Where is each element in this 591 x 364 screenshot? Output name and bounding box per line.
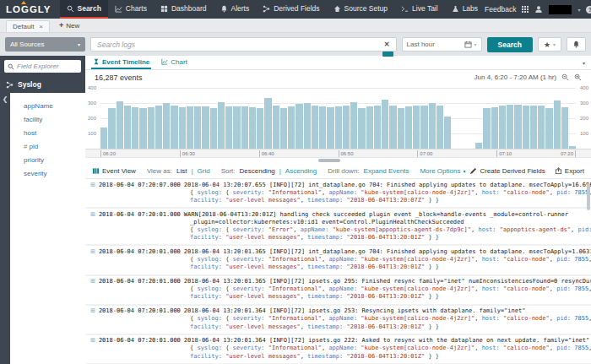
view-as-grid-button[interactable]: Grid [198, 167, 210, 175]
source-setup-icon [333, 5, 341, 13]
close-tab-icon[interactable]: × [39, 23, 43, 30]
event-timeline-chart[interactable]: 100100200200300300400400 [85, 84, 591, 149]
bar [225, 106, 232, 149]
bar [389, 106, 396, 149]
field-group-syslog[interactable]: Syslog [0, 77, 85, 93]
field-explorer-search-input[interactable]: Field Explorer [4, 60, 81, 73]
tab-chart[interactable]: Chart [160, 56, 189, 69]
export-button[interactable]: Export [555, 167, 584, 175]
time-range-select[interactable]: Last hour ▾ [402, 37, 482, 52]
bars[interactable] [100, 88, 576, 149]
event-message: 2018-06-04 13:20:01.364 [INFO][72] ipset… [184, 307, 526, 315]
field-item-severity[interactable]: severity [10, 166, 85, 180]
expand-event-icon[interactable]: ⊞ [90, 182, 95, 189]
bar [296, 104, 302, 149]
nav-item-alerts[interactable]: Alerts [214, 0, 257, 19]
field-list: appNamefacilityhost#pidpriorityseverity [10, 93, 85, 364]
bar [273, 106, 279, 149]
chart-scrollbar-thumb[interactable] [318, 159, 340, 162]
log-event-row[interactable]: ⊞2018-06-04 07:20:01.0002018-06-04 13:20… [85, 276, 591, 306]
sort-descending-button[interactable]: Descending [240, 167, 275, 175]
chart-plot[interactable] [100, 88, 576, 149]
top-navbar: LOGGLY SearchChartsDashboardAlertsDerive… [0, 0, 591, 19]
zoom-out-icon[interactable] [561, 73, 569, 81]
expand-event-icon[interactable]: ⊞ [90, 278, 95, 285]
sort-ascending-button[interactable]: Ascending [285, 167, 317, 175]
save-search-button[interactable]: ★ ▾ [538, 37, 561, 52]
bar [561, 107, 568, 149]
feedback-link[interactable]: Feedback [485, 5, 516, 14]
user-icon[interactable] [534, 5, 543, 14]
bar [257, 108, 263, 149]
tab-event-timeline[interactable]: Event Timeline [91, 56, 151, 69]
loggly-logo[interactable]: LOGGLY [0, 0, 60, 19]
zoom-in-icon[interactable] [574, 73, 582, 81]
bar [187, 106, 193, 149]
event-message: 2018-06-04 13:20:07.655 [INFO][72] int_d… [184, 182, 591, 189]
log-event-row[interactable]: ⊞2018-06-04 07:20:01.0002018-06-04 13:20… [85, 306, 591, 335]
expand-event-icon[interactable]: ⊞ [90, 307, 95, 315]
bar [124, 106, 131, 149]
bar [398, 108, 404, 149]
create-derived-fields-button[interactable]: Create Derived Fields [469, 167, 545, 175]
user-menu-caret-icon[interactable]: ▾ [577, 7, 580, 13]
nav-item-label: Dashboard [171, 4, 207, 13]
more-options-button[interactable]: More Options ▾ [420, 167, 465, 175]
nav-item-search[interactable]: Search [60, 0, 108, 19]
live-tail-icon [401, 5, 409, 13]
bar [218, 102, 225, 149]
y-axis-tick-label: 400 [88, 85, 96, 90]
nav-item-charts[interactable]: Charts [108, 0, 154, 19]
field-item-appName[interactable]: appName [10, 99, 85, 112]
search-button[interactable]: Search [487, 37, 533, 52]
bar [530, 106, 537, 149]
expand-event-icon[interactable]: ⊞ [90, 248, 95, 256]
bar [358, 108, 365, 149]
field-item-label: host [24, 129, 36, 137]
main-nav: SearchChartsDashboardAlertsDerived Field… [60, 0, 485, 19]
field-explorer-sidebar: Field Explorer Syslog ❮ appNamefacilityh… [0, 56, 85, 364]
new-tab-button[interactable]: + New [59, 21, 79, 32]
nav-item-source-setup[interactable]: Source Setup [327, 0, 395, 19]
log-event-row[interactable]: ⊞2018-06-04 07:20:01.000WARN[2018-06-04T… [85, 209, 591, 246]
event-json-line: facility: "user-level messages", timesta… [90, 353, 586, 361]
expand-events-button[interactable]: Expand Events [364, 167, 409, 175]
content-panel: Event Timeline Chart ▾ 16,287 events Jun… [85, 56, 591, 364]
nav-item-labs[interactable]: Labs [445, 0, 485, 19]
nav-item-dashboard[interactable]: Dashboard [154, 0, 214, 19]
event-json-line: facility: "user-level messages", timesta… [90, 323, 586, 331]
bar [366, 106, 373, 149]
collapse-timeline-caret-icon[interactable]: ▾ [583, 60, 585, 66]
bar [194, 106, 201, 149]
chart-x-axis: 06:2006:3006:4006:5007:0007:1007:20 [85, 149, 591, 158]
field-item-priority[interactable]: priority [10, 153, 85, 166]
bell-icon [572, 41, 580, 48]
field-item-pid[interactable]: #pid [10, 139, 85, 153]
log-event-row[interactable]: ⊞2018-06-04 07:20:01.0002018-06-04 13:20… [85, 335, 591, 364]
event-list-scrollbar-thumb[interactable] [587, 183, 590, 210]
clear-search-icon[interactable]: ✕ [384, 41, 390, 48]
tab-default[interactable]: Default × [6, 20, 50, 32]
source-group-select[interactable]: All Sources ▾ [5, 37, 85, 52]
nav-item-live-tail[interactable]: Live Tail [394, 0, 445, 19]
expand-event-icon[interactable]: ⊞ [90, 211, 95, 219]
alert-bell-button[interactable] [567, 37, 586, 52]
bar [499, 106, 506, 149]
collapse-sidebar-icon[interactable]: ❮ [3, 95, 8, 364]
event-json-line: { syslog: { severity: "Informational", a… [90, 345, 586, 352]
event-json-line: { syslog: { severity: "Informational", a… [90, 256, 586, 263]
workspace-tabs: Default × + New [0, 19, 591, 33]
log-event-row[interactable]: ⊞2018-06-04 07:20:07.0002018-06-04 13:20… [85, 179, 591, 209]
field-item-facility[interactable]: facility [10, 112, 85, 126]
field-item-host[interactable]: host [10, 126, 85, 139]
expand-event-icon[interactable]: ⊞ [90, 337, 95, 345]
log-event-row[interactable]: ⊞2018-06-04 07:20:01.0002018-06-04 13:20… [85, 246, 591, 275]
plus-icon: + [59, 21, 63, 30]
nav-item-derived-fields[interactable]: Derived Fields [256, 0, 326, 19]
view-as-list-button[interactable]: List [176, 167, 187, 175]
app-switcher-icon[interactable] [522, 6, 529, 13]
bar [312, 106, 318, 149]
y-axis-tick-label: 200 [580, 116, 588, 121]
nav-item-label: Charts [126, 4, 147, 13]
search-input[interactable]: Search logs ✕ [90, 37, 397, 52]
